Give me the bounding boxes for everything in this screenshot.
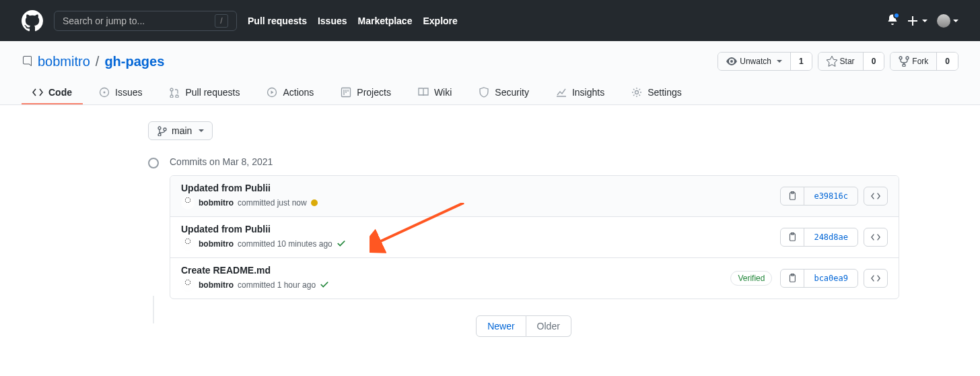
create-new-menu[interactable] bbox=[907, 15, 928, 26]
nav-issues[interactable]: Issues bbox=[318, 15, 347, 26]
avatar-icon[interactable] bbox=[181, 196, 195, 210]
watch-button[interactable]: Unwatch 1 bbox=[718, 52, 812, 71]
commit-row: Updated from Publii bobmitro committed j… bbox=[170, 176, 899, 217]
tab-wiki[interactable]: Wiki bbox=[407, 82, 462, 104]
shield-icon bbox=[479, 87, 489, 98]
github-logo-icon[interactable] bbox=[22, 10, 43, 32]
code-icon bbox=[32, 87, 43, 98]
commit-sha-link[interactable]: 248d8ae bbox=[804, 228, 858, 246]
repo-name-link[interactable]: gh-pages bbox=[104, 54, 164, 69]
avatar-icon[interactable] bbox=[181, 237, 195, 251]
book-icon bbox=[418, 87, 429, 98]
status-success-icon[interactable] bbox=[337, 239, 346, 250]
avatar-icon bbox=[937, 14, 950, 28]
search-box[interactable]: / bbox=[54, 11, 237, 31]
tab-security[interactable]: Security bbox=[468, 82, 540, 104]
caret-down-icon bbox=[922, 20, 928, 22]
commits-day-heading: Commits on Mar 8, 2021 bbox=[148, 156, 899, 167]
svg-point-1 bbox=[104, 92, 106, 94]
eye-icon bbox=[726, 56, 737, 67]
pagination: Newer Older bbox=[148, 315, 899, 337]
commit-author[interactable]: bobmitro bbox=[199, 280, 234, 290]
tab-label: Code bbox=[48, 87, 72, 98]
commit-time: committed just now bbox=[238, 198, 307, 208]
nav-marketplace[interactable]: Marketplace bbox=[358, 15, 413, 26]
tab-label: Issues bbox=[115, 87, 142, 98]
commit-title[interactable]: Updated from Publii bbox=[181, 183, 780, 193]
issue-icon bbox=[99, 87, 110, 98]
branch-name: main bbox=[172, 125, 192, 136]
path-separator: / bbox=[96, 54, 100, 69]
tab-projects[interactable]: Projects bbox=[330, 82, 402, 104]
project-icon bbox=[341, 87, 351, 98]
status-success-icon[interactable] bbox=[320, 280, 329, 291]
gear-icon bbox=[631, 87, 642, 98]
graph-icon bbox=[556, 87, 567, 98]
commit-sha-link[interactable]: e39816c bbox=[804, 187, 858, 205]
commit-title[interactable]: Updated from Publii bbox=[181, 224, 780, 234]
tab-label: Insights bbox=[572, 87, 604, 98]
commit-author[interactable]: bobmitro bbox=[199, 239, 234, 249]
caret-down-icon bbox=[777, 60, 782, 63]
commit-list: Updated from Publii bobmitro committed j… bbox=[170, 175, 899, 299]
commit-title[interactable]: Create README.md bbox=[181, 265, 730, 276]
commit-time: committed 1 hour ago bbox=[238, 280, 316, 290]
nav-pulls[interactable]: Pull requests bbox=[248, 15, 307, 26]
commit-row: Create README.md bobmitro committed 1 ho… bbox=[170, 258, 899, 299]
repo-title: bobmitro / gh-pages bbox=[22, 54, 164, 69]
older-button: Older bbox=[526, 315, 571, 337]
header-right bbox=[887, 14, 958, 28]
code-icon bbox=[871, 274, 880, 283]
fork-icon bbox=[899, 56, 909, 67]
main-content: main Commits on Mar 8, 2021 Updated from… bbox=[81, 105, 899, 364]
tab-issues[interactable]: Issues bbox=[88, 82, 153, 104]
commit-time: committed 10 minutes ago bbox=[238, 239, 332, 249]
plus-icon bbox=[907, 15, 918, 26]
tab-actions[interactable]: Actions bbox=[256, 82, 324, 104]
tab-label: Projects bbox=[357, 87, 391, 98]
browse-code-button[interactable] bbox=[864, 269, 888, 288]
copy-sha-button[interactable] bbox=[781, 187, 804, 205]
global-header: / Pull requests Issues Marketplace Explo… bbox=[0, 0, 980, 41]
browse-code-button[interactable] bbox=[864, 187, 888, 206]
pr-icon bbox=[169, 87, 180, 98]
star-count[interactable]: 0 bbox=[864, 53, 884, 70]
star-icon bbox=[827, 56, 837, 67]
fork-count[interactable]: 0 bbox=[937, 53, 958, 70]
slash-shortcut-icon: / bbox=[215, 14, 228, 28]
tab-code[interactable]: Code bbox=[22, 82, 83, 104]
status-pending-icon[interactable] bbox=[311, 199, 318, 206]
newer-button[interactable]: Newer bbox=[476, 315, 526, 337]
verified-badge[interactable]: Verified bbox=[730, 271, 772, 286]
copy-sha-button[interactable] bbox=[781, 270, 804, 287]
nav-explore[interactable]: Explore bbox=[423, 15, 457, 26]
commit-sha-link[interactable]: bca0ea9 bbox=[804, 270, 858, 287]
watch-label: Unwatch bbox=[740, 57, 771, 66]
avatar-icon[interactable] bbox=[181, 278, 195, 292]
commit-author[interactable]: bobmitro bbox=[199, 198, 234, 208]
tab-label: Actions bbox=[283, 87, 314, 98]
copy-sha-button[interactable] bbox=[781, 228, 804, 246]
header-nav: Pull requests Issues Marketplace Explore bbox=[248, 15, 458, 26]
user-menu[interactable] bbox=[937, 14, 958, 28]
fork-label: Fork bbox=[912, 57, 928, 66]
star-button[interactable]: Star 0 bbox=[818, 52, 885, 71]
tab-settings[interactable]: Settings bbox=[621, 82, 693, 104]
sha-group: e39816c bbox=[780, 187, 858, 206]
search-input[interactable] bbox=[63, 15, 215, 26]
repo-icon bbox=[22, 56, 32, 67]
browse-code-button[interactable] bbox=[864, 228, 888, 247]
repo-owner-link[interactable]: bobmitro bbox=[38, 54, 90, 69]
tab-prs[interactable]: Pull requests bbox=[158, 82, 250, 104]
notifications-button[interactable] bbox=[887, 14, 898, 27]
tab-label: Settings bbox=[648, 87, 682, 98]
sha-group: 248d8ae bbox=[780, 228, 858, 247]
branch-selector[interactable]: main bbox=[148, 121, 213, 140]
repo-tabs: Code Issues Pull requests Actions Projec… bbox=[22, 82, 958, 104]
branch-icon bbox=[157, 125, 168, 136]
tab-insights[interactable]: Insights bbox=[545, 82, 615, 104]
tab-label: Security bbox=[495, 87, 529, 98]
svg-point-4 bbox=[635, 91, 639, 94]
watch-count[interactable]: 1 bbox=[791, 53, 812, 70]
fork-button[interactable]: Fork 0 bbox=[890, 52, 958, 71]
